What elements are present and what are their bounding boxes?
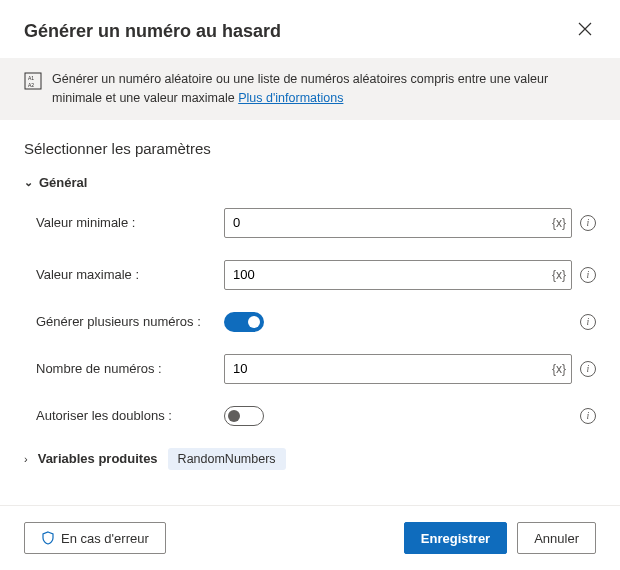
field-min: Valeur minimale : {x} i [24, 208, 596, 238]
more-info-link[interactable]: Plus d'informations [238, 91, 343, 105]
general-section-header[interactable]: ⌄ Général [24, 175, 596, 190]
chevron-right-icon[interactable]: › [24, 453, 28, 465]
info-icon[interactable]: i [580, 215, 596, 231]
count-label: Nombre de numéros : [36, 361, 224, 376]
dupes-toggle[interactable] [224, 406, 264, 426]
dialog-body: Sélectionner les paramètres ⌄ Général Va… [0, 120, 620, 506]
svg-text:A1: A1 [28, 75, 34, 81]
info-icon[interactable]: i [580, 314, 596, 330]
dupes-label: Autoriser les doublons : [36, 408, 224, 423]
field-count: Nombre de numéros : {x} i [24, 354, 596, 384]
info-icon[interactable]: i [580, 267, 596, 283]
svg-text:A2: A2 [28, 82, 34, 88]
min-input[interactable] [224, 208, 572, 238]
on-error-button[interactable]: En cas d'erreur [24, 522, 166, 554]
field-multi: Générer plusieurs numéros : i [24, 312, 596, 332]
max-input[interactable] [224, 260, 572, 290]
field-max: Valeur maximale : {x} i [24, 260, 596, 290]
close-icon [578, 22, 592, 36]
min-label: Valeur minimale : [36, 215, 224, 230]
dialog: Générer un numéro au hasard A1A2 Générer… [0, 0, 620, 570]
dialog-header: Générer un numéro au hasard [0, 0, 620, 58]
variables-label[interactable]: Variables produites [38, 451, 158, 466]
variable-badge[interactable]: RandomNumbers [168, 448, 286, 470]
info-banner: A1A2 Générer un numéro aléatoire ou une … [0, 58, 620, 120]
info-icon[interactable]: i [580, 408, 596, 424]
dialog-title: Générer un numéro au hasard [24, 21, 281, 42]
field-dupes: Autoriser les doublons : i [24, 406, 596, 426]
variable-picker-icon[interactable]: {x} [552, 362, 566, 376]
dialog-footer: En cas d'erreur Enregistrer Annuler [0, 505, 620, 570]
multi-toggle[interactable] [224, 312, 264, 332]
section-title: Sélectionner les paramètres [24, 140, 596, 157]
variables-produced-row: › Variables produites RandomNumbers [24, 448, 596, 470]
variable-picker-icon[interactable]: {x} [552, 216, 566, 230]
shield-icon [41, 531, 55, 545]
general-label: Général [39, 175, 87, 190]
variable-picker-icon[interactable]: {x} [552, 268, 566, 282]
info-banner-icon: A1A2 [24, 72, 42, 96]
on-error-label: En cas d'erreur [61, 531, 149, 546]
chevron-down-icon: ⌄ [24, 176, 33, 189]
cancel-button[interactable]: Annuler [517, 522, 596, 554]
info-icon[interactable]: i [580, 361, 596, 377]
max-label: Valeur maximale : [36, 267, 224, 282]
save-button[interactable]: Enregistrer [404, 522, 507, 554]
close-button[interactable] [574, 18, 596, 44]
info-banner-text: Générer un numéro aléatoire ou une liste… [52, 70, 596, 108]
multi-label: Générer plusieurs numéros : [36, 314, 224, 329]
count-input[interactable] [224, 354, 572, 384]
